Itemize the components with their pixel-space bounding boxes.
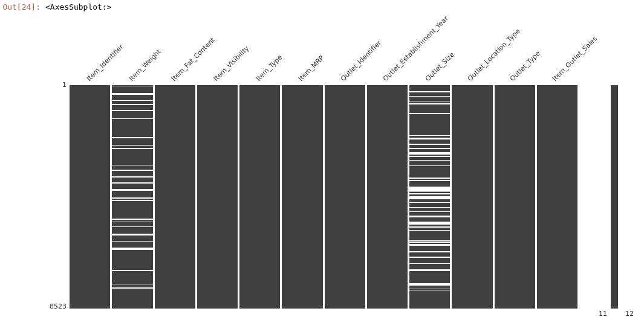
notebook-output-line: Out[24]: <AxesSubplot:> [0,0,644,13]
column-label: Item_Outlet_Sales [551,35,599,83]
matrix-column [325,85,365,309]
matrix-column [112,85,152,309]
out-repr-text: <AxesSubplot:> [45,2,112,11]
column-label: Item_MRP [297,54,326,83]
matrix-column [282,85,322,309]
completeness-sparkline [611,85,618,309]
y-tick-bottom: 8523 [42,303,67,310]
column-label: Item_Type [255,53,284,83]
matplotlib-figure: Item_IdentifierItem_WeightItem_Fat_Conte… [0,13,644,315]
out-prompt: Out[24]: [0,2,45,11]
sparkline-max-label: 12 [625,310,634,317]
y-tick-top: 1 [48,81,67,89]
missingno-matrix [70,85,577,309]
matrix-column [452,85,492,309]
matrix-column [155,85,195,309]
matrix-column [409,85,450,309]
matrix-column [239,85,280,309]
x-axis-labels: Item_IdentifierItem_WeightItem_Fat_Conte… [70,13,577,85]
matrix-column [537,85,577,309]
matrix-column [197,85,238,309]
matrix-column [495,85,535,309]
matrix-column [70,85,110,309]
matrix-column [367,85,408,309]
sparkline-min-label: 11 [599,310,607,317]
